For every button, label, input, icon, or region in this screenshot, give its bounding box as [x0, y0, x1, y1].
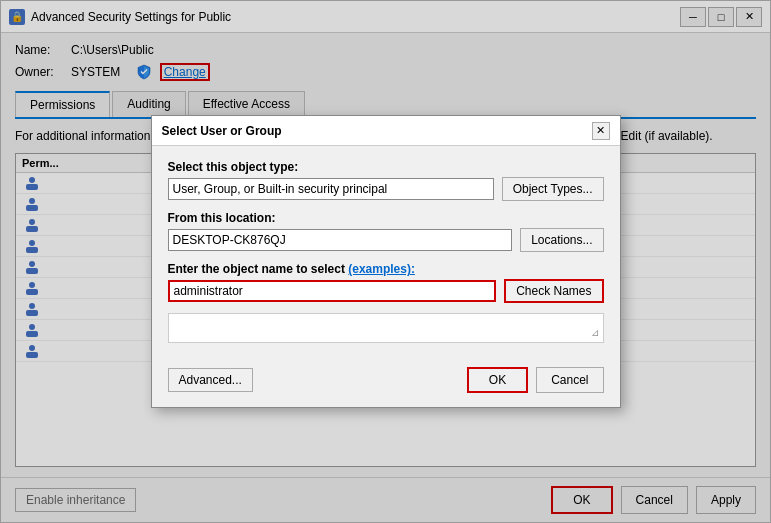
resize-handle: ⊿ — [591, 327, 599, 338]
object-types-button[interactable]: Object Types... — [502, 177, 604, 201]
modal-footer: Advanced... OK Cancel — [152, 357, 620, 407]
text-area-spacer: ⊿ — [168, 313, 604, 343]
object-name-row: Check Names — [168, 279, 604, 303]
location-section: From this location: Locations... — [168, 211, 604, 252]
location-input[interactable] — [168, 229, 513, 251]
object-type-label: Select this object type: — [168, 160, 604, 174]
object-type-section: Select this object type: Object Types... — [168, 160, 604, 201]
modal-body: Select this object type: Object Types...… — [152, 146, 620, 357]
advanced-button[interactable]: Advanced... — [168, 368, 253, 392]
object-name-input[interactable] — [168, 280, 497, 302]
object-name-section: Enter the object name to select (example… — [168, 262, 604, 303]
main-window: 🔒 Advanced Security Settings for Public … — [0, 0, 771, 523]
check-names-button[interactable]: Check Names — [504, 279, 603, 303]
modal-cancel-button[interactable]: Cancel — [536, 367, 603, 393]
modal-close-button[interactable]: ✕ — [592, 122, 610, 140]
locations-button[interactable]: Locations... — [520, 228, 603, 252]
location-label: From this location: — [168, 211, 604, 225]
object-type-row: Object Types... — [168, 177, 604, 201]
modal-ok-button[interactable]: OK — [467, 367, 528, 393]
modal-title: Select User or Group — [162, 124, 282, 138]
modal-ok-cancel: OK Cancel — [467, 367, 604, 393]
modal-overlay: Select User or Group ✕ Select this objec… — [1, 1, 770, 522]
object-name-label: Enter the object name to select (example… — [168, 262, 604, 276]
examples-link[interactable]: (examples): — [348, 262, 415, 276]
select-user-modal: Select User or Group ✕ Select this objec… — [151, 115, 621, 408]
modal-title-bar: Select User or Group ✕ — [152, 116, 620, 146]
object-type-input[interactable] — [168, 178, 494, 200]
location-row: Locations... — [168, 228, 604, 252]
